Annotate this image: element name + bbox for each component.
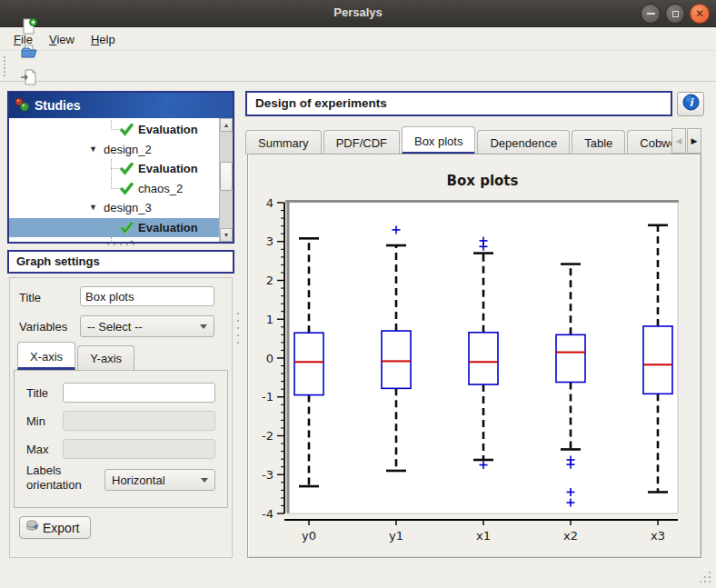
svg-text:x3: x3 bbox=[651, 529, 665, 543]
axis-min-input bbox=[63, 411, 215, 431]
export-icon bbox=[25, 519, 40, 536]
tab-pdf-cdf[interactable]: PDF/CDF bbox=[323, 130, 400, 154]
tree-item-metamod[interactable]: metaMod bbox=[9, 237, 219, 242]
axis-max-label: Max bbox=[26, 443, 49, 456]
graph-settings-panel: Title Variables -- Select -- X-axisY-axi… bbox=[9, 277, 233, 558]
app-window: Persalys ✕ FileViewHelp Studies Evaluati… bbox=[0, 0, 716, 588]
tab-x-axis[interactable]: X-axis bbox=[17, 342, 75, 370]
axis-title-input[interactable] bbox=[63, 383, 215, 403]
graph-title-input[interactable] bbox=[80, 286, 214, 306]
chevron-down-icon bbox=[200, 324, 207, 333]
info-button[interactable]: i bbox=[677, 92, 704, 116]
svg-text:x2: x2 bbox=[563, 529, 578, 543]
axis-settings-frame: Title Min Max Labels orientation Horizon… bbox=[14, 370, 228, 508]
tree-branch-line bbox=[111, 237, 120, 242]
studies-icon bbox=[15, 97, 29, 115]
tree-scrollbar[interactable]: ▲ ▼ bbox=[219, 118, 233, 242]
expander-icon[interactable]: ▼ bbox=[89, 140, 97, 159]
window-controls: ✕ bbox=[641, 4, 710, 24]
variables-select[interactable]: -- Select -- bbox=[80, 315, 214, 337]
tree-item-design-2[interactable]: ▼design_2 bbox=[9, 140, 219, 160]
menu-help[interactable]: Help bbox=[83, 30, 124, 49]
tree-item-evaluation[interactable]: Evaluation bbox=[9, 218, 219, 238]
svg-text:x1: x1 bbox=[476, 529, 491, 543]
axis-title-label: Title bbox=[26, 386, 48, 400]
menu-view[interactable]: View bbox=[41, 30, 83, 49]
boxplot-chart: Box plots-4-3-2-101234y0y1x1x2x3 bbox=[251, 157, 698, 553]
open-study-button[interactable] bbox=[15, 41, 44, 66]
scrollbar-thumb[interactable] bbox=[220, 162, 233, 191]
svg-text:3: 3 bbox=[266, 234, 273, 248]
studies-panel-title: Studies bbox=[35, 98, 81, 113]
tree-item-evaluation[interactable]: Evaluation bbox=[9, 159, 219, 179]
studies-panel-header: Studies bbox=[9, 93, 233, 118]
studies-tree: Evaluation▼design_2Evaluationchaos_2▼des… bbox=[9, 118, 219, 242]
svg-text:-4: -4 bbox=[262, 507, 273, 521]
tree-branch-line bbox=[111, 179, 120, 199]
svg-text:-3: -3 bbox=[262, 468, 273, 482]
new-study-button[interactable] bbox=[15, 15, 44, 41]
toolbar bbox=[0, 50, 716, 82]
info-icon: i bbox=[682, 94, 700, 115]
labels-orientation-label: Labels orientation bbox=[26, 463, 86, 493]
page-title: Design of experiments bbox=[245, 91, 672, 116]
tab-cobweb[interactable]: Cobweb bbox=[627, 130, 671, 154]
tree-branch-line bbox=[111, 120, 120, 140]
axis-max-input bbox=[63, 439, 215, 459]
resize-grip[interactable] bbox=[700, 572, 712, 584]
tab-box-plots[interactable]: Box plots bbox=[402, 126, 475, 154]
svg-text:2: 2 bbox=[266, 274, 273, 287]
scroll-down-icon[interactable]: ▼ bbox=[220, 228, 233, 242]
svg-text:y0: y0 bbox=[302, 529, 316, 543]
tree-branch-line bbox=[111, 218, 120, 238]
tree-item-design-3[interactable]: ▼design_3 bbox=[9, 198, 219, 218]
minimize-button[interactable] bbox=[641, 4, 661, 24]
tab-scroll-left-icon: ◀ bbox=[671, 128, 686, 154]
variables-label: Variables bbox=[19, 320, 67, 334]
svg-text:y1: y1 bbox=[389, 529, 403, 543]
tab-dependence[interactable]: Dependence bbox=[477, 130, 570, 154]
main-tabbar: SummaryPDF/CDFBox plotsDependenceTableCo… bbox=[245, 126, 671, 154]
export-button[interactable]: Export bbox=[19, 516, 91, 539]
horizontal-splitter-handle[interactable] bbox=[107, 244, 134, 247]
open-folder-icon bbox=[20, 43, 38, 65]
svg-text:-2: -2 bbox=[262, 429, 273, 443]
import-python-button[interactable] bbox=[15, 66, 44, 92]
tab-scroll-right-icon[interactable]: ▶ bbox=[687, 128, 701, 154]
menubar: FileViewHelp bbox=[0, 28, 716, 50]
toolbar-drag-handle[interactable] bbox=[4, 56, 9, 76]
axis-min-label: Min bbox=[26, 414, 45, 428]
axis-tabbar: X-axisY-axis bbox=[17, 342, 136, 371]
titlebar: Persalys ✕ bbox=[0, 0, 716, 27]
check-icon bbox=[120, 240, 134, 242]
vertical-splitter-handle[interactable] bbox=[237, 313, 241, 344]
graph-settings-header: Graph settings bbox=[7, 250, 234, 274]
window-title: Persalys bbox=[0, 5, 716, 19]
close-button[interactable]: ✕ bbox=[690, 4, 710, 24]
tab-table[interactable]: Table bbox=[572, 130, 625, 154]
tree-item-evaluation[interactable]: Evaluation bbox=[9, 120, 219, 140]
labels-orientation-select[interactable]: Horizontal bbox=[104, 469, 215, 491]
maximize-button[interactable] bbox=[665, 4, 685, 24]
tree-branch-line bbox=[111, 159, 120, 179]
tab-summary[interactable]: Summary bbox=[245, 130, 322, 154]
chevron-down-icon bbox=[201, 478, 208, 486]
title-label: Title bbox=[19, 291, 41, 304]
studies-panel: Studies Evaluation▼design_2Evaluationcha… bbox=[7, 91, 234, 244]
svg-text:4: 4 bbox=[266, 196, 273, 210]
import-script-icon bbox=[20, 68, 38, 90]
svg-text:Box plots: Box plots bbox=[447, 173, 519, 189]
expander-icon[interactable]: ▼ bbox=[89, 198, 97, 217]
new-document-icon bbox=[20, 17, 38, 39]
tree-item-chaos-2[interactable]: chaos_2 bbox=[9, 179, 219, 199]
scroll-up-icon[interactable]: ▲ bbox=[220, 118, 233, 132]
svg-text:1: 1 bbox=[266, 313, 273, 326]
tab-y-axis[interactable]: Y-axis bbox=[77, 345, 134, 370]
svg-text:0: 0 bbox=[266, 352, 273, 365]
svg-text:-1: -1 bbox=[262, 390, 273, 404]
